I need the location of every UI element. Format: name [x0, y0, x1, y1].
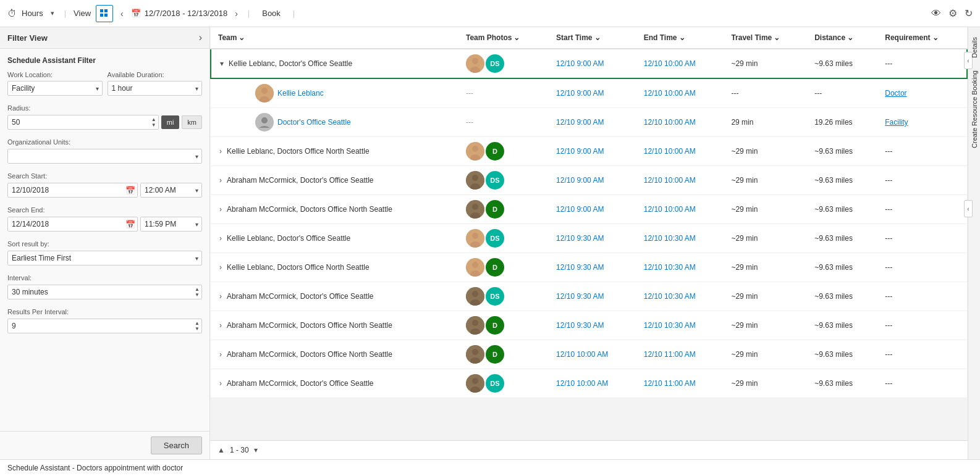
col-team[interactable]: Team ⌄: [211, 27, 458, 49]
filter-collapse-btn[interactable]: ›: [199, 32, 202, 43]
avatar: [466, 258, 484, 277]
start-time-link[interactable]: 12/10 10:00 AM: [556, 350, 608, 359]
end-time-link[interactable]: 12/10 10:00 AM: [644, 89, 696, 98]
avatar-badge: DS: [486, 171, 504, 190]
end-time-link[interactable]: 12/10 10:30 AM: [644, 263, 696, 272]
col-distance[interactable]: Distance ⌄: [807, 27, 877, 49]
expand-btn[interactable]: ›: [218, 350, 223, 359]
table-row[interactable]: Kellie Leblanc---12/10 9:00 AM12/10 10:0…: [211, 78, 967, 108]
end-time-link[interactable]: 12/10 10:00 AM: [644, 59, 696, 68]
svg-point-12: [472, 146, 478, 152]
main-layout: Filter View › Schedule Assistant Filter …: [0, 27, 980, 459]
results-up-btn[interactable]: ▲: [193, 321, 201, 326]
expand-btn[interactable]: ›: [218, 147, 223, 156]
team-name: Doctor's Office Seattle: [277, 118, 351, 127]
next-btn[interactable]: ›: [232, 7, 240, 20]
start-time-link[interactable]: 12/10 9:00 AM: [556, 205, 604, 214]
results-input[interactable]: [7, 319, 202, 333]
start-time-link[interactable]: 12/10 9:30 AM: [556, 234, 604, 243]
svg-rect-1: [104, 9, 108, 12]
expand-btn[interactable]: ›: [218, 263, 223, 272]
sort-select[interactable]: Earliest Time First: [7, 251, 202, 265]
end-time-link[interactable]: 12/10 10:30 AM: [644, 321, 696, 330]
view-grid-button[interactable]: [96, 5, 113, 22]
team-cell: Kellie Leblanc: [211, 78, 458, 108]
expand-btn[interactable]: ▾: [219, 59, 225, 68]
interval-up-btn[interactable]: ▲: [193, 287, 201, 292]
end-time-link[interactable]: 12/10 10:30 AM: [644, 292, 696, 301]
end-time-link[interactable]: 12/10 11:00 AM: [644, 379, 696, 388]
avatar-group: DS: [466, 287, 541, 306]
page-up-btn[interactable]: ▲: [218, 446, 225, 454]
col-travel[interactable]: Travel Time ⌄: [724, 27, 807, 49]
start-time-link[interactable]: 12/10 9:00 AM: [556, 147, 604, 156]
table-row[interactable]: ›Kellie Leblanc, Doctors Office North Se…: [211, 137, 967, 166]
table-row[interactable]: ›Kellie Leblanc, Doctors Office North Se…: [211, 253, 967, 282]
end-time-link[interactable]: 12/10 10:00 AM: [644, 205, 696, 214]
end-time-link[interactable]: 12/10 10:00 AM: [644, 147, 696, 156]
expand-btn[interactable]: ›: [218, 379, 223, 388]
table-row[interactable]: ›Kellie Leblanc, Doctor's Office Seattle…: [211, 224, 967, 253]
book-btn[interactable]: Book: [257, 9, 285, 18]
col-requirement[interactable]: Requirement ⌄: [877, 27, 967, 49]
results-down-btn[interactable]: ▼: [193, 327, 201, 332]
start-time-link[interactable]: 12/10 9:30 AM: [556, 292, 604, 301]
hours-dropdown-btn[interactable]: ▾: [48, 8, 57, 19]
requirement-link[interactable]: Doctor: [885, 89, 906, 98]
avatar: [466, 316, 484, 335]
page-down-btn[interactable]: ▾: [254, 446, 258, 454]
right-collapse-btn2[interactable]: ‹: [964, 200, 973, 217]
unit-km-btn[interactable]: km: [182, 115, 202, 129]
expand-btn[interactable]: ›: [218, 176, 223, 185]
search-button[interactable]: Search: [151, 436, 202, 454]
search-end-time-select[interactable]: 11:59 PM: [140, 217, 202, 232]
interval-input[interactable]: [7, 285, 202, 299]
work-location-select[interactable]: Facility: [7, 81, 103, 96]
expand-btn[interactable]: ›: [218, 234, 223, 243]
col-start[interactable]: Start Time ⌄: [549, 27, 636, 49]
prev-btn[interactable]: ‹: [118, 7, 126, 20]
col-photos[interactable]: Team Photos ⌄: [458, 27, 549, 49]
radius-up-btn[interactable]: ▲: [150, 117, 158, 122]
end-time-link[interactable]: 12/10 11:00 AM: [644, 350, 696, 359]
end-time-link[interactable]: 12/10 10:00 AM: [644, 176, 696, 185]
start-time-link[interactable]: 12/10 10:00 AM: [556, 379, 608, 388]
start-time-link[interactable]: 12/10 9:00 AM: [556, 89, 604, 98]
requirement-link[interactable]: Facility: [885, 118, 908, 127]
eye-icon[interactable]: 👁: [931, 8, 941, 19]
expand-btn[interactable]: ›: [218, 205, 223, 214]
results-label: Results Per Interval:: [7, 308, 69, 315]
refresh-icon[interactable]: ↻: [965, 7, 973, 19]
radius-input[interactable]: [7, 115, 159, 130]
col-end[interactable]: End Time ⌄: [636, 27, 724, 49]
search-start-time-select[interactable]: 12:00 AM: [140, 183, 202, 198]
start-time-link[interactable]: 12/10 9:30 AM: [556, 321, 604, 330]
table-row[interactable]: ›Abraham McCormick, Doctor's Office Seat…: [211, 369, 967, 398]
settings-icon[interactable]: ⚙: [948, 7, 957, 19]
available-duration-select[interactable]: 1 hour: [108, 81, 203, 96]
radius-down-btn[interactable]: ▼: [150, 123, 158, 128]
team-name: Abraham McCormick, Doctors Office North …: [227, 321, 392, 330]
start-time-link[interactable]: 12/10 9:00 AM: [556, 59, 604, 68]
interval-down-btn[interactable]: ▼: [193, 293, 201, 298]
table-row[interactable]: ▾Kellie Leblanc, Doctor's Office Seattle…: [211, 49, 967, 78]
table-row[interactable]: ›Abraham McCormick, Doctors Office North…: [211, 311, 967, 340]
expand-btn[interactable]: ›: [218, 321, 223, 330]
avatar-group: DS: [466, 171, 541, 190]
start-time-cell: 12/10 9:30 AM: [549, 282, 636, 311]
table-row[interactable]: ›Abraham McCormick, Doctors Office North…: [211, 195, 967, 224]
table-row[interactable]: ›Abraham McCormick, Doctor's Office Seat…: [211, 166, 967, 195]
table-row[interactable]: ›Abraham McCormick, Doctor's Office Seat…: [211, 282, 967, 311]
table-row[interactable]: ›Abraham McCormick, Doctors Office North…: [211, 340, 967, 369]
org-units-select[interactable]: [7, 149, 202, 164]
start-time-link[interactable]: 12/10 9:00 AM: [556, 176, 604, 185]
search-end-date-input[interactable]: [7, 217, 138, 232]
end-time-link[interactable]: 12/10 10:00 AM: [644, 118, 696, 127]
unit-mi-btn[interactable]: mi: [161, 115, 180, 129]
start-time-link[interactable]: 12/10 9:30 AM: [556, 263, 604, 272]
end-time-link[interactable]: 12/10 10:30 AM: [644, 234, 696, 243]
table-row[interactable]: Doctor's Office Seattle---12/10 9:00 AM1…: [211, 108, 967, 137]
start-time-link[interactable]: 12/10 9:00 AM: [556, 118, 604, 127]
expand-btn[interactable]: ›: [218, 292, 223, 301]
search-start-date-input[interactable]: [7, 183, 138, 198]
